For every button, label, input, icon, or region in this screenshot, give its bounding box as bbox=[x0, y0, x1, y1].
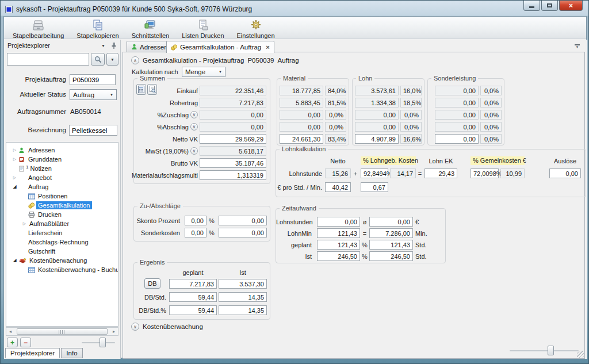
skonto-value-field[interactable]: 0,00 bbox=[219, 216, 267, 225]
tree-item-angebot[interactable]: ▷ Angebot bbox=[6, 173, 118, 182]
sonder-netto-field[interactable]: 0,00 bbox=[435, 134, 479, 144]
explorer-zoom-slider-thumb[interactable] bbox=[100, 338, 106, 347]
close-button[interactable]: × bbox=[559, 1, 583, 11]
search-options-button[interactable]: ▼ bbox=[106, 53, 118, 66]
tree-item-auftrag[interactable]: ◢ Auftrag bbox=[6, 182, 118, 191]
equals-sign: = bbox=[416, 170, 423, 177]
add-button[interactable]: + bbox=[7, 338, 18, 347]
lohn-netto-field[interactable]: 4.907,99 bbox=[355, 134, 399, 144]
bezeichnung-field[interactable] bbox=[69, 125, 117, 136]
expander-icon[interactable]: ◢ bbox=[12, 182, 18, 191]
db-std-pct-geplant-field[interactable]: 59,44 bbox=[169, 305, 217, 315]
lohnstunden-field[interactable]: 0,00 bbox=[317, 217, 360, 227]
db-std-pct-ist-field[interactable]: 14,35 bbox=[219, 305, 267, 315]
ist-pct-field[interactable]: 246,50 bbox=[317, 251, 360, 261]
expander-icon[interactable]: ▷ bbox=[12, 155, 18, 164]
db-std-label: DB/Std. bbox=[134, 294, 166, 301]
tree-item-grunddaten[interactable]: ▷ Grunddaten bbox=[6, 155, 118, 164]
ausloese-field[interactable]: 0,00 bbox=[549, 168, 581, 178]
eur-pro-std-field[interactable]: 40,42 bbox=[325, 182, 351, 192]
collapse-section-button[interactable]: ∧ bbox=[131, 56, 139, 64]
eur-pro-min-field[interactable]: 0,67 bbox=[361, 182, 388, 192]
project-tree: ▷ Adressen ▷ Grunddaten 1 Notizen bbox=[6, 142, 118, 327]
stapelbearbeitung-button[interactable]: Stapelbearbeitung bbox=[6, 18, 70, 40]
status-combobox[interactable]: Auftrag ▼ bbox=[70, 89, 117, 100]
tree-item-kostenueberwachung-buchung[interactable]: Kostenüberwachung - Buchung bbox=[6, 265, 118, 274]
einkauf-field: 22.351,46 bbox=[200, 86, 266, 95]
search-button[interactable] bbox=[91, 53, 105, 66]
tab-gesamtkalkulation-auftrag[interactable]: Gesamtkalkulation - Auftrag × bbox=[166, 41, 274, 53]
tree-item-adressen[interactable]: ▷ Adressen bbox=[6, 145, 118, 155]
tree-item-aufmassblaetter[interactable]: ▷ Aufmaßblätter bbox=[6, 219, 118, 228]
db-std-geplant-field[interactable]: 59,44 bbox=[169, 292, 217, 302]
sonderkosten-value-field[interactable]: 0,00 bbox=[219, 228, 267, 237]
minimize-button[interactable] bbox=[523, 1, 540, 11]
abschlag-dropdown-button[interactable]: ∨ bbox=[190, 123, 198, 131]
zuschlag-field[interactable]: 0,00 bbox=[200, 110, 266, 120]
tab-adressen[interactable]: Adressen bbox=[127, 41, 173, 52]
netto-vk-field[interactable]: 29.569,29 bbox=[200, 134, 266, 144]
main-zoom-slider-thumb[interactable] bbox=[548, 346, 554, 355]
zuschlag-dropdown-button[interactable]: ∨ bbox=[190, 111, 198, 118]
scrollbar-thumb[interactable] bbox=[17, 328, 108, 335]
pin-icon[interactable] bbox=[111, 42, 117, 49]
lohnstunden-eur-field[interactable]: 0,00 bbox=[369, 217, 413, 227]
db-ist-field[interactable]: 3.537,30 bbox=[219, 279, 267, 289]
expander-icon[interactable]: ▷ bbox=[12, 173, 18, 182]
geplant-std-field[interactable]: 121,43 bbox=[369, 240, 413, 250]
lohnmin-field[interactable]: 121,43 bbox=[317, 228, 360, 238]
abschlag-field[interactable]: 0,00 bbox=[200, 122, 266, 132]
gemeinkosten-pct-field[interactable]: 72,0098% bbox=[471, 168, 499, 178]
db-geplant-field[interactable]: 7.217,83 bbox=[169, 279, 217, 289]
tree-item-lieferschein[interactable]: Lieferschein bbox=[6, 228, 118, 237]
listen-drucken-button[interactable]: Listen Drucken bbox=[175, 18, 230, 40]
tree-item-drucken[interactable]: Drucken bbox=[6, 210, 118, 219]
kostenueberwachung-section[interactable]: ∨ Kostenüberwachung bbox=[131, 323, 203, 331]
expander-icon[interactable]: ◢ bbox=[12, 256, 18, 265]
mwst-dropdown-button[interactable]: ∨ bbox=[190, 147, 198, 155]
material-netto-field[interactable]: 24.661,30 bbox=[280, 134, 323, 144]
projektauftrag-field[interactable] bbox=[70, 74, 116, 85]
lohnmin-total-field[interactable]: 7.286,00 bbox=[369, 228, 413, 238]
einstellungen-button[interactable]: Einstellungen bbox=[231, 18, 281, 40]
scroll-left-icon[interactable]: ◂ bbox=[6, 329, 14, 334]
tree-item-kostenueberwachung[interactable]: ◢ Kostenüberwachung bbox=[6, 256, 118, 265]
sonderkosten-pct-field[interactable]: 0,00 bbox=[185, 228, 206, 237]
lohnstunden-label: Lohnstunden bbox=[276, 219, 312, 225]
chevron-down-icon: ▼ bbox=[110, 93, 113, 97]
tree-item-gutschrift[interactable]: Gutschrift bbox=[6, 247, 118, 256]
maximize-button[interactable] bbox=[541, 1, 558, 11]
skonto-pct-field[interactable]: 0,00 bbox=[185, 216, 206, 225]
materialaufschlag-field[interactable]: 1,313319 bbox=[200, 170, 266, 180]
resize-grip[interactable] bbox=[577, 351, 584, 358]
lohngeb-pct-field[interactable]: 92,8494% bbox=[361, 168, 388, 178]
expander-icon[interactable]: ▷ bbox=[21, 219, 28, 228]
explorer-zoom-slider-track[interactable] bbox=[82, 342, 115, 343]
tree-item-gesamtkalkulation[interactable]: Gesamtkalkulation bbox=[6, 201, 118, 210]
close-tab-icon[interactable]: × bbox=[266, 44, 269, 51]
tree-item-positionen[interactable]: Positionen bbox=[6, 191, 118, 201]
expander-icon[interactable]: ▷ bbox=[12, 145, 18, 155]
db-std-ist-field[interactable]: 14,35 bbox=[219, 292, 267, 302]
tree-item-abschlags-rechnung[interactable]: Abschlags-Rechnung bbox=[6, 237, 118, 247]
scroll-right-icon[interactable]: ▸ bbox=[110, 329, 118, 334]
kalkulation-nach-combobox[interactable]: Menge ▼ bbox=[182, 67, 225, 77]
schnittstellen-button[interactable]: Schnittstellen bbox=[125, 18, 175, 40]
tab-info[interactable]: Info bbox=[61, 348, 82, 358]
brutto-vk-field[interactable]: 35.187,46 bbox=[200, 158, 266, 168]
remove-button[interactable]: − bbox=[20, 338, 31, 347]
expand-section-button[interactable]: ∨ bbox=[131, 323, 139, 331]
lohn-ek-field[interactable]: 29,43 bbox=[424, 168, 457, 178]
tab-projektexplorer[interactable]: Projektexplorer bbox=[5, 348, 60, 358]
search-input[interactable] bbox=[7, 53, 89, 65]
db-button[interactable]: DB bbox=[144, 278, 160, 289]
horizontal-scrollbar[interactable]: ◂ ▸ bbox=[6, 327, 118, 336]
ist-std-field[interactable]: 246,50 bbox=[369, 251, 413, 261]
panel-menu-icon[interactable]: ▼ bbox=[101, 44, 105, 48]
main-zoom-slider-track[interactable] bbox=[510, 350, 579, 351]
tab-list-button[interactable]: ▼ bbox=[574, 44, 580, 49]
view-status: Auftrag bbox=[277, 57, 299, 64]
tree-item-notizen[interactable]: 1 Notizen bbox=[6, 164, 118, 173]
stapelkopieren-button[interactable]: Stapelkopieren bbox=[70, 18, 125, 40]
geplant-pct-field[interactable]: 121,43 bbox=[317, 240, 360, 250]
